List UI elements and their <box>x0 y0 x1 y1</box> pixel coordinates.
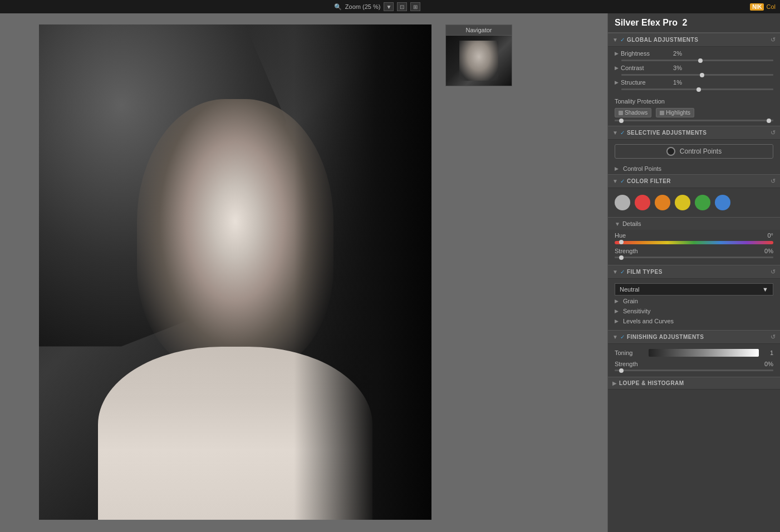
color-filter-content <box>608 188 780 217</box>
grain-row[interactable]: ▶ Grain <box>615 295 773 306</box>
navigator-thumb <box>446 36 512 86</box>
contrast-label: Contrast <box>621 65 665 71</box>
details-header[interactable]: ▼ Details <box>608 217 780 230</box>
sensitivity-label: Sensitivity <box>623 308 651 314</box>
finishing-adj-header[interactable]: ▼ ✓ FINISHING ADJUSTMENTS ↺ <box>608 330 780 344</box>
brightness-header[interactable]: ▶ Brightness 2% <box>615 49 773 57</box>
main-layout: Navigator Silver Efex Pro 2 ▼ ✓ GLOBAL A… <box>0 13 780 532</box>
selective-adj-chevron: ▼ <box>612 130 618 136</box>
zoom-label: Zoom (25 %) <box>345 3 381 10</box>
selective-adj-reset[interactable]: ↺ <box>771 129 776 136</box>
global-adjustments-header[interactable]: ▼ ✓ GLOBAL ADJUSTMENTS ↺ <box>608 33 780 47</box>
brightness-slider[interactable] <box>621 60 773 61</box>
zoom-dropdown[interactable]: ▼ <box>384 2 394 11</box>
levels-curves-row[interactable]: ▶ Levels and Curves <box>615 316 773 326</box>
loupe-chevron: ▶ <box>612 380 617 386</box>
nik-badge: NIK <box>750 3 764 11</box>
hue-label: Hue <box>615 232 659 239</box>
cf-strength-slider[interactable] <box>615 257 773 258</box>
contrast-slider[interactable] <box>621 74 773 76</box>
structure-chevron: ▶ <box>615 80 619 85</box>
swatch-red[interactable] <box>635 195 650 210</box>
swatch-yellow[interactable] <box>675 195 690 210</box>
loupe-title: LOUPE & HISTOGRAM <box>619 380 776 386</box>
color-swatches <box>615 193 773 213</box>
control-points-expand[interactable]: ▶ Control Points <box>615 165 773 172</box>
fin-strength-label: Strength <box>615 361 659 367</box>
sensitivity-row[interactable]: ▶ Sensitivity <box>615 306 773 316</box>
selective-adj-check: ✓ <box>620 130 625 136</box>
grain-chevron: ▶ <box>615 298 619 304</box>
hue-value: 0° <box>757 232 773 239</box>
color-filter-title: COLOR FILTER <box>627 178 768 184</box>
details-title: Details <box>622 220 773 227</box>
toning-gradient <box>649 349 759 357</box>
global-adj-content: ▶ Brightness 2% ▶ Contrast 3% <box>608 47 780 95</box>
color-filter-header[interactable]: ▼ ✓ COLOR FILTER ↺ <box>608 174 780 188</box>
cp-expand-label: Control Points <box>623 165 661 172</box>
brightness-value: 2% <box>665 50 682 57</box>
global-adj-reset[interactable]: ↺ <box>771 36 776 43</box>
structure-slider[interactable] <box>621 88 773 90</box>
toning-value: 1 <box>762 349 773 356</box>
highlights-btn[interactable]: Highlights <box>656 108 694 117</box>
structure-slider-row <box>615 86 773 92</box>
fin-strength-header: Strength 0% <box>615 361 773 367</box>
toning-row: Toning 1 <box>615 347 773 358</box>
brightness-thumb <box>698 58 703 63</box>
cf-strength-value: 0% <box>757 248 773 254</box>
shadows-label: Shadows <box>625 110 647 116</box>
film-select[interactable]: Neutral ▼ <box>615 283 773 295</box>
shadows-btn[interactable]: Shadows <box>615 108 651 117</box>
hue-row: Hue 0° <box>615 232 773 239</box>
fin-strength-value: 0% <box>757 361 773 367</box>
structure-thumb <box>696 87 701 92</box>
tonality-title: Tonality Protection <box>615 98 773 105</box>
structure-header[interactable]: ▶ Structure 1% <box>615 78 773 86</box>
hue-thumb <box>619 240 624 244</box>
zoom-fit[interactable]: ⊡ <box>397 2 407 11</box>
nav-thumb-face <box>459 41 499 81</box>
film-types-reset[interactable]: ↺ <box>771 268 776 275</box>
hue-slider[interactable] <box>615 241 773 244</box>
finishing-adj-title: FINISHING ADJUSTMENTS <box>627 334 768 340</box>
swatch-neutral[interactable] <box>615 195 630 210</box>
tonality-slider[interactable] <box>615 120 773 121</box>
selective-adj-content: Control Points <box>608 140 780 163</box>
contrast-header[interactable]: ▶ Contrast 3% <box>615 63 773 72</box>
global-adj-title: GLOBAL ADJUSTMENTS <box>627 37 768 43</box>
top-bar-right: NIK Col <box>750 3 776 11</box>
sensitivity-chevron: ▶ <box>615 308 619 314</box>
zoom-fullscreen[interactable]: ⊞ <box>410 2 420 11</box>
film-types-content: Neutral ▼ ▶ Grain ▶ Sensitivity ▶ Levels… <box>608 279 780 330</box>
selective-adj-title: SELECTIVE ADJUSTMENTS <box>627 130 768 136</box>
loupe-histogram-header[interactable]: ▶ LOUPE & HISTOGRAM <box>608 377 780 390</box>
fin-strength-thumb <box>619 368 624 373</box>
selective-adj-header[interactable]: ▼ ✓ SELECTIVE ADJUSTMENTS ↺ <box>608 126 780 140</box>
film-select-arrow: ▼ <box>762 286 768 293</box>
cp-circle-icon <box>666 147 675 156</box>
highlights-label: Highlights <box>666 110 690 116</box>
film-types-chevron: ▼ <box>612 269 618 275</box>
swatch-blue[interactable] <box>715 195 730 210</box>
global-adj-chevron: ▼ <box>612 37 618 43</box>
cf-strength-thumb <box>619 255 624 260</box>
global-adj-check: ✓ <box>620 37 625 43</box>
tonality-row: Shadows Highlights <box>615 108 773 117</box>
cf-strength-row: Strength 0% <box>615 248 773 254</box>
cp-label: Control Points <box>680 147 722 155</box>
grain-label: Grain <box>623 298 638 304</box>
fin-strength-slider[interactable] <box>615 370 773 371</box>
shadows-dot <box>619 111 623 115</box>
contrast-value: 3% <box>665 65 682 71</box>
app-title-prefix: Silver Efex Pro <box>615 18 678 27</box>
app-title-version: 2 <box>682 18 687 27</box>
color-filter-reset[interactable]: ↺ <box>771 178 776 185</box>
control-points-button[interactable]: Control Points <box>615 144 773 159</box>
swatch-green[interactable] <box>695 195 710 210</box>
film-select-value: Neutral <box>620 286 639 293</box>
film-types-header[interactable]: ▼ ✓ FILM TYPES ↺ <box>608 265 780 279</box>
finishing-adj-check: ✓ <box>620 334 625 340</box>
finishing-adj-reset[interactable]: ↺ <box>771 333 776 341</box>
swatch-orange[interactable] <box>655 195 670 210</box>
